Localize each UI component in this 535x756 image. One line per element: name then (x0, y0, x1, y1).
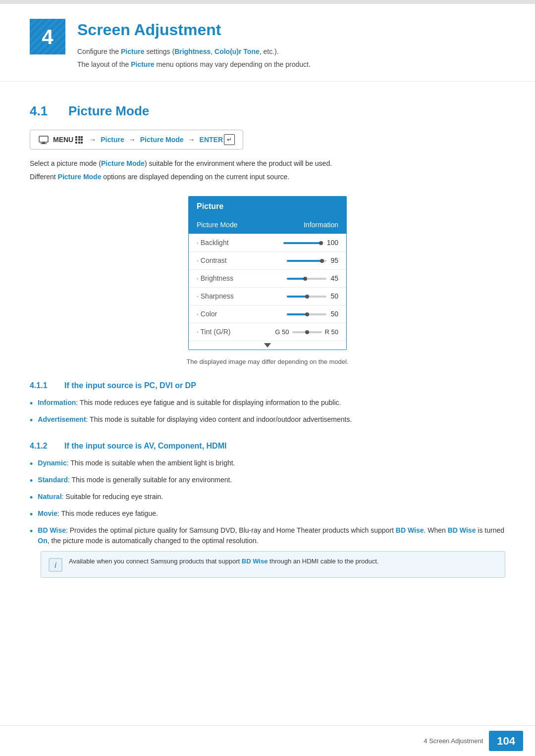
color-fill (287, 313, 307, 315)
section-number: 4.1 (30, 101, 57, 121)
subsection-4-1-2-heading: 4.1.2 If the input source is AV, Compone… (30, 440, 505, 452)
note-box: i Available when you connect Samsung pro… (41, 551, 505, 578)
picture-mode-row[interactable]: Picture Mode Information (189, 216, 346, 234)
brightness-fill (287, 278, 305, 280)
backlight-row[interactable]: · Backlight 100 (189, 234, 346, 252)
menu-grid-icon (75, 136, 83, 144)
desc-text-1: Select a picture mode (Picture Mode) sui… (30, 158, 505, 169)
down-arrow-icon (264, 343, 271, 348)
subsection-4-1-1: 4.1.1 If the input source is PC, DVI or … (30, 380, 505, 427)
tint-g-value: G 50 (275, 327, 289, 337)
sharpness-value: 50 (330, 291, 338, 302)
list-item: • Standard: This mode is generally suita… (30, 475, 505, 488)
picture-mode-value: Information (304, 220, 338, 230)
tint-row[interactable]: · Tint (G/R) G 50 R 50 (189, 323, 346, 341)
section-heading: 4.1 Picture Mode (30, 101, 505, 121)
subsection-4-1-2: 4.1.2 If the input source is AV, Compone… (30, 440, 505, 578)
list-item: • Advertisement: This mode is suitable f… (30, 414, 505, 427)
picture-menu-wrapper: Picture Picture Mode Information · Backl… (30, 196, 505, 350)
backlight-fill (283, 242, 321, 244)
brightness-slider (287, 278, 326, 280)
page-footer: 4 Screen Adjustment 104 (0, 725, 535, 756)
chapter-desc2: The layout of the Picture menu options m… (77, 59, 505, 70)
menu-arrow2: → (129, 135, 136, 145)
contrast-row[interactable]: · Contrast 95 (189, 252, 346, 270)
picture-bold-1: Picture (121, 48, 144, 55)
menu-arrow3: → (188, 135, 195, 145)
subsection-4-1-1-heading: 4.1.1 If the input source is PC, DVI or … (30, 380, 505, 392)
sharpness-slider (287, 296, 326, 298)
list-item: • Natural: Suitable for reducing eye str… (30, 492, 505, 504)
picture-mode-bold2: Picture Mode (58, 173, 102, 181)
subsection-4-1-2-number: 4.1.2 (30, 440, 64, 452)
list-item-text: Information: This mode reduces eye fatig… (38, 398, 341, 408)
sharpness-row[interactable]: · Sharpness 50 (189, 288, 346, 305)
list-item-text: Advertisement: This mode is suitable for… (38, 414, 352, 425)
backlight-slider (283, 242, 323, 244)
color-slider-row: 50 (279, 309, 338, 319)
sharpness-label: · Sharpness (197, 291, 241, 302)
subsection-4-1-2-title: If the input source is AV, Component, HD… (64, 440, 226, 452)
brightness-bold: Brightness (174, 48, 211, 55)
chapter-header: 4 Screen Adjustment Configure the Pictur… (0, 4, 535, 82)
menu-path-picture-mode: Picture Mode (140, 135, 184, 145)
sharpness-fill (287, 296, 307, 298)
bullet-dot-icon: • (30, 457, 33, 471)
list-item: • BD Wise: Provides the optimal picture … (30, 525, 505, 546)
page-number: 104 (489, 731, 523, 751)
menu-arrow1: → (89, 135, 96, 145)
top-stripe (0, 0, 535, 4)
tint-values: G 50 R 50 (275, 327, 338, 337)
down-arrow-row (189, 341, 346, 350)
menu-label: MENU (53, 135, 73, 145)
picture-bold-2: Picture (131, 60, 154, 68)
tint-r-value: R 50 (325, 327, 338, 337)
list-item: • Movie: This mode reduces eye fatigue. (30, 508, 505, 521)
color-slider (287, 313, 326, 315)
color-tone-bold: Colo(u)r Tone (214, 48, 260, 55)
contrast-value: 95 (330, 255, 338, 266)
bullet-dot-icon: • (30, 508, 33, 521)
menu-path-enter: ENTER (200, 135, 223, 145)
bullet-dot-icon: • (30, 474, 33, 488)
bullet-dot-icon: • (30, 491, 33, 504)
sharpness-slider-row: 50 (279, 291, 338, 302)
bullet-dot-icon: • (30, 414, 33, 427)
list-item-text: Standard: This mode is generally suitabl… (38, 475, 232, 485)
list-item-text: Natural: Suitable for reducing eye strai… (38, 492, 163, 502)
enter-icon: ↵ (224, 134, 235, 145)
contrast-slider (287, 260, 326, 262)
menu-path-picture: Picture (101, 135, 124, 145)
menu-caption: The displayed image may differ depending… (30, 357, 505, 367)
color-row[interactable]: · Color 50 (189, 305, 346, 323)
picture-mode-bold1: Picture Mode (101, 159, 145, 167)
brightness-thumb (303, 277, 307, 281)
backlight-value: 100 (327, 238, 338, 248)
contrast-slider-row: 95 (279, 255, 338, 266)
bullet-dot-icon: • (30, 397, 33, 410)
list-item: • Dynamic: This mode is suitable when th… (30, 458, 505, 471)
footer-text: 4 Screen Adjustment (424, 736, 483, 746)
brightness-row[interactable]: · Brightness 45 (189, 270, 346, 288)
brightness-label: · Brightness (197, 273, 241, 284)
note-icon: i (48, 557, 63, 572)
tv-icon (38, 134, 49, 145)
list-item-text: Dynamic: This mode is suitable when the … (38, 458, 235, 468)
subsection-4-1-1-list: • Information: This mode reduces eye fat… (30, 398, 505, 427)
picture-menu: Picture Picture Mode Information · Backl… (188, 196, 347, 350)
sharpness-thumb (305, 295, 309, 299)
note-text: Available when you connect Samsung produ… (69, 556, 378, 566)
section-title: Picture Mode (68, 101, 149, 121)
contrast-fill (287, 260, 321, 262)
tint-label: · Tint (G/R) (197, 327, 241, 337)
list-item-text: Movie: This mode reduces eye fatigue. (38, 508, 158, 519)
backlight-slider-row: 100 (279, 238, 338, 248)
contrast-thumb (320, 259, 324, 263)
page: 4 Screen Adjustment Configure the Pictur… (0, 0, 535, 756)
brightness-value: 45 (330, 273, 338, 284)
chapter-number: 4 (42, 21, 53, 52)
desc-text-2: Different Picture Mode options are displ… (30, 172, 505, 182)
content: 4.1 Picture Mode MENU (0, 82, 535, 598)
list-item-text: BD Wise: Provides the optimal picture qu… (38, 525, 505, 546)
brightness-slider-row: 45 (279, 273, 338, 284)
